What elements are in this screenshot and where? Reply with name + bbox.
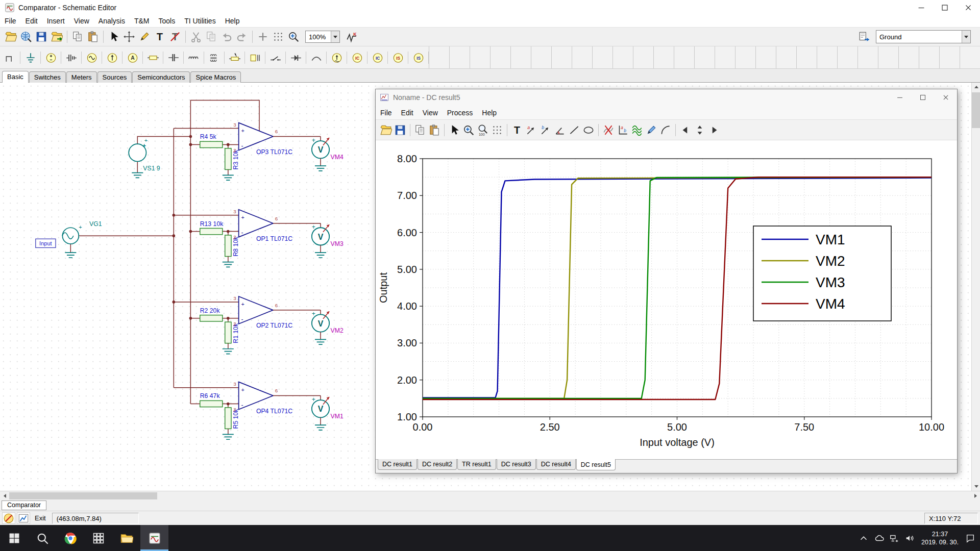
voltage-source-vs1[interactable]: ++VS1 9 — [129, 137, 160, 178]
comparator-stage-4[interactable]: R6 47kR5 10k+-326OP4 TL071CV+VM1 — [174, 381, 344, 439]
menu-view[interactable]: View — [69, 15, 94, 27]
ellipse-icon[interactable] — [581, 123, 596, 137]
trace-b-icon[interactable]: b — [538, 123, 553, 137]
result-tab-dc-result3[interactable]: DC result3 — [497, 459, 536, 470]
zoom-world-icon[interactable] — [18, 29, 34, 44]
scroll-up-icon[interactable] — [972, 83, 980, 91]
result-tab-dc-result1[interactable]: DC result1 — [378, 459, 417, 470]
horizontal-scroll-thumb[interactable] — [9, 492, 157, 499]
tray-chevron-icon[interactable] — [856, 525, 871, 551]
search-icon[interactable] — [28, 525, 56, 551]
opamp-symbol[interactable] — [239, 210, 273, 237]
result-menu-view[interactable]: View — [418, 107, 443, 119]
grid-dots-icon[interactable] — [271, 29, 286, 44]
diode-icon[interactable] — [286, 52, 306, 64]
ic-source-1-icon[interactable]: IC — [347, 52, 368, 64]
opamp-symbol[interactable] — [239, 123, 273, 151]
ammeter-icon[interactable]: A — [122, 52, 143, 64]
result-menu-file[interactable]: File — [376, 107, 397, 119]
folder-open-icon[interactable] — [3, 29, 18, 44]
paste-icon[interactable] — [85, 29, 101, 44]
save-icon[interactable] — [393, 123, 407, 137]
minimize-icon[interactable] — [910, 0, 933, 15]
zoom-dropdown-arrow-icon[interactable] — [331, 31, 339, 42]
redo-gray-icon[interactable] — [234, 29, 250, 44]
component-tab-meters[interactable]: Meters — [66, 71, 97, 83]
opamp-symbol[interactable] — [239, 296, 273, 324]
series-resistor[interactable] — [200, 141, 223, 147]
series-resistor[interactable] — [200, 228, 223, 234]
transformer-icon[interactable] — [204, 52, 225, 64]
component-tab-switches[interactable]: Switches — [29, 71, 66, 83]
folder-open-icon[interactable] — [379, 123, 393, 137]
grid-dots-icon[interactable] — [490, 123, 504, 137]
current-generator-icon[interactable] — [327, 52, 347, 64]
opamp-symbol[interactable] — [239, 382, 273, 410]
exit-label[interactable]: Exit — [35, 514, 46, 522]
ground-symbol[interactable] — [223, 262, 234, 267]
text-icon[interactable]: T — [510, 123, 524, 137]
component-tab-spice-macros[interactable]: Spice Macros — [190, 71, 241, 83]
pen-blue-icon[interactable] — [644, 123, 658, 137]
ground-symbol[interactable] — [223, 434, 234, 439]
close-icon[interactable] — [957, 0, 980, 15]
relay-icon[interactable] — [245, 52, 265, 64]
result-minimize-icon[interactable] — [888, 89, 911, 106]
ground-symbol[interactable] — [315, 253, 326, 258]
resistor-icon[interactable] — [143, 52, 163, 64]
ground-symbol[interactable] — [132, 173, 143, 178]
canvas-horizontal-scrollbar[interactable] — [0, 491, 980, 500]
voltage-source-icon[interactable] — [41, 52, 61, 64]
tri-right-i-icon[interactable] — [707, 123, 721, 137]
result-tab-tr-result1[interactable]: TR result1 — [457, 459, 496, 470]
page-export-icon[interactable] — [856, 29, 872, 44]
result-tab-dc-result4[interactable]: DC result4 — [536, 459, 576, 470]
save-icon[interactable] — [34, 29, 49, 44]
line-icon[interactable] — [567, 123, 581, 137]
result-maximize-icon[interactable] — [911, 89, 934, 106]
switch-icon[interactable] — [265, 52, 286, 64]
ground-symbol[interactable] — [315, 425, 326, 430]
result-close-icon[interactable] — [934, 89, 957, 106]
file-explorer-icon[interactable] — [112, 525, 140, 551]
ground-icon[interactable] — [20, 52, 41, 64]
tri-left-i-icon[interactable] — [678, 123, 693, 137]
ic-source-2-icon[interactable]: IC — [368, 52, 388, 64]
vertical-scroll-track[interactable] — [972, 128, 980, 482]
ground-symbol[interactable] — [65, 253, 76, 258]
ground-symbol[interactable] — [223, 349, 234, 354]
component-dropdown-arrow-icon[interactable] — [962, 31, 970, 43]
ground-symbol[interactable] — [315, 166, 326, 171]
notification-center-icon[interactable] — [963, 525, 978, 551]
pen-icon[interactable] — [137, 29, 152, 44]
menu-help[interactable]: Help — [220, 15, 244, 27]
result-menu-process[interactable]: Process — [443, 107, 478, 119]
is-source-2-icon[interactable]: IS — [408, 52, 429, 64]
battery-icon[interactable] — [61, 52, 82, 64]
text-icon[interactable]: T — [152, 29, 167, 44]
inductor-icon[interactable] — [184, 52, 204, 64]
scissors-gray-icon[interactable] — [188, 29, 204, 44]
scroll-left-icon[interactable] — [0, 491, 9, 500]
plus-gray-icon[interactable] — [255, 29, 271, 44]
folder-export-icon[interactable] — [49, 29, 64, 44]
curve-strike-icon[interactable] — [601, 123, 616, 137]
vertical-scroll-thumb[interactable] — [972, 92, 980, 128]
status-diagram-icon[interactable] — [17, 512, 30, 524]
trace-a-icon[interactable]: a — [524, 123, 538, 137]
component-tab-semiconductors[interactable]: Semiconductors — [132, 71, 190, 83]
waves-icon[interactable] — [630, 123, 644, 137]
voltage-generator-vg1[interactable]: +VG1Input — [36, 220, 102, 258]
capacitor-icon[interactable] — [163, 52, 184, 64]
undo-gray-icon[interactable] — [219, 29, 234, 44]
component-tab-basic[interactable]: Basic — [2, 71, 29, 83]
menu-tools[interactable]: Tools — [154, 15, 180, 27]
onedrive-icon[interactable] — [871, 525, 887, 551]
copy-gray-icon[interactable] — [204, 29, 219, 44]
scroll-right-icon[interactable] — [971, 491, 980, 500]
cursor-icon[interactable] — [447, 123, 461, 137]
zoom-100-icon[interactable]: 100 — [476, 123, 490, 137]
menu-insert[interactable]: Insert — [42, 15, 69, 27]
ground-resistor[interactable] — [225, 148, 231, 170]
chrome-icon[interactable] — [56, 525, 84, 551]
